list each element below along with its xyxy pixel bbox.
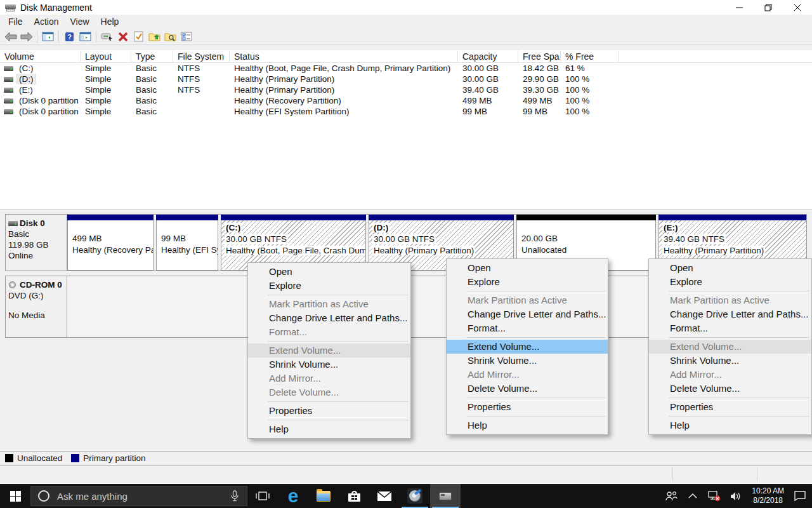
disk0-size: 119.98 GB — [8, 239, 64, 250]
volume-list-header: VolumeLayoutTypeFile SystemStatusCapacit… — [0, 50, 812, 63]
search-input[interactable]: Ask me anything — [30, 486, 247, 506]
volume-list: VolumeLayoutTypeFile SystemStatusCapacit… — [0, 50, 812, 209]
column-header-type[interactable]: Type — [131, 50, 173, 62]
close-button[interactable] — [783, 0, 812, 15]
open-menu-item[interactable]: Open — [447, 261, 608, 275]
cell-free_space: 499 MB — [518, 95, 561, 106]
back-button[interactable] — [3, 29, 18, 44]
mark-partition-active-button[interactable] — [131, 29, 147, 44]
forward-arrow-icon — [20, 32, 33, 42]
partition-healthy-recovery-parti[interactable]: 499 MBHealthy (Recovery Parti — [67, 215, 154, 271]
format-menu-item[interactable]: Format... — [649, 321, 811, 335]
properties-button[interactable] — [178, 29, 194, 44]
properties-menu-item[interactable]: Properties — [248, 404, 410, 418]
tray-overflow-button[interactable] — [683, 484, 702, 508]
format-menu-item[interactable]: Format... — [447, 321, 608, 335]
volume-row-disk-0-partition-1[interactable]: (Disk 0 partition 1)SimpleBasicHealthy (… — [0, 95, 812, 106]
shrink-volume-menu-item[interactable]: Shrink Volume... — [649, 354, 811, 368]
column-header-free[interactable]: % Free — [561, 50, 619, 62]
cell-file_system: NTFS — [173, 84, 230, 95]
change-drive-letter-and-paths-menu-item[interactable]: Change Drive Letter and Paths... — [649, 307, 811, 321]
network-status-button[interactable] — [705, 484, 724, 508]
explore-button[interactable] — [162, 29, 178, 44]
open-menu-item[interactable]: Open — [649, 261, 811, 275]
taskbar-store-button[interactable] — [339, 484, 369, 508]
menu-action[interactable]: Action — [29, 15, 65, 28]
partition-text: 30.00 GB NTFS — [225, 234, 365, 245]
column-header-layout[interactable]: Layout — [81, 50, 131, 62]
explore-menu-item[interactable]: Explore — [248, 279, 410, 293]
taskbar-disk-tool-button[interactable] — [400, 484, 430, 508]
action-center-icon — [794, 491, 806, 501]
folder-explore-icon — [164, 32, 176, 42]
taskbar-mail-button[interactable] — [369, 484, 400, 508]
taskbar-disk-management-button[interactable] — [430, 484, 461, 508]
file-explorer-icon — [317, 491, 331, 502]
action-center-button[interactable] — [790, 484, 809, 508]
column-header-file-system[interactable]: File System — [173, 50, 230, 62]
cell-type: Basic — [131, 95, 173, 106]
show-console-tree-button[interactable] — [40, 29, 56, 44]
legend-swatch — [71, 454, 79, 462]
menu-file[interactable]: File — [3, 15, 29, 28]
delete-volume-button[interactable] — [115, 29, 131, 44]
volume-button[interactable] — [726, 484, 745, 508]
shrink-volume-menu-item[interactable]: Shrink Volume... — [248, 358, 410, 371]
forward-button[interactable] — [18, 29, 34, 44]
column-header-free-spa[interactable]: Free Spa... — [518, 50, 561, 62]
close-icon — [794, 4, 801, 11]
partition-type-strip — [221, 215, 366, 220]
change-drive-letter-and-paths-menu-item[interactable]: Change Drive Letter and Paths... — [447, 307, 608, 321]
menu-help[interactable]: Help — [95, 15, 125, 28]
column-header-volume[interactable]: Volume — [0, 50, 81, 62]
disk0-label[interactable]: Disk 0 Basic 119.98 GB Online — [6, 215, 67, 271]
volume-row-disk-0-partition-2[interactable]: (Disk 0 partition 2)SimpleBasicHealthy (… — [0, 106, 812, 117]
cell-layout: Simple — [81, 63, 131, 74]
partition-healthy-efi-syst[interactable]: 99 MBHealthy (EFI Syst — [156, 215, 218, 271]
help-menu-item[interactable]: Help — [447, 418, 608, 432]
minimize-button[interactable] — [724, 0, 754, 15]
help-menu-item[interactable]: Help — [248, 422, 410, 436]
change-drive-letter-and-paths-menu-item[interactable]: Change Drive Letter and Paths... — [248, 311, 410, 325]
explore-menu-item[interactable]: Explore — [649, 275, 811, 289]
mark-partition-as-active-menu-item: Mark Partition as Active — [649, 293, 811, 307]
explore-menu-item[interactable]: Explore — [447, 275, 608, 289]
taskbar-edge-button[interactable]: e — [278, 484, 308, 508]
open-button[interactable] — [147, 29, 162, 44]
properties-menu-item[interactable]: Properties — [649, 400, 811, 414]
volume-row-c[interactable]: (C:)SimpleBasicNTFSHealthy (Boot, Page F… — [0, 63, 812, 74]
clock-time: 10:20 AM — [752, 486, 784, 496]
start-button[interactable] — [0, 484, 30, 508]
column-header-capacity[interactable]: Capacity — [458, 50, 518, 62]
cdrom-label[interactable]: CD-ROM 0 DVD (G:) No Media — [6, 276, 67, 337]
delete-volume-menu-item: Delete Volume... — [248, 385, 410, 399]
help-menu-item[interactable]: Help — [649, 418, 811, 432]
shrink-volume-menu-item[interactable]: Shrink Volume... — [447, 354, 608, 368]
cdrom-icon — [8, 281, 18, 289]
partition-type-strip — [369, 215, 514, 220]
taskbar-file-explorer-button[interactable] — [308, 484, 339, 508]
properties-menu-item[interactable]: Properties — [447, 400, 608, 414]
menu-separator — [268, 401, 409, 402]
folder-open-icon — [148, 32, 160, 42]
people-button[interactable] — [662, 484, 681, 508]
menu-view[interactable]: View — [64, 15, 95, 28]
menu-separator — [268, 420, 409, 420]
cdrom-media-status: No Media — [8, 310, 64, 321]
extend-volume-menu-item[interactable]: Extend Volume... — [447, 340, 608, 354]
caption-buttons — [724, 0, 812, 15]
task-view-button[interactable] — [247, 484, 278, 508]
clock[interactable]: 10:20 AM 8/2/2018 — [748, 486, 788, 505]
show-action-pane-button[interactable] — [77, 29, 93, 44]
delete-volume-menu-item[interactable]: Delete Volume... — [649, 382, 811, 396]
screentip-button[interactable] — [99, 29, 115, 44]
drive-icon — [4, 77, 13, 82]
volume-row-d[interactable]: (D:)SimpleBasicNTFSHealthy (Primary Part… — [0, 74, 812, 84]
column-header-status[interactable]: Status — [230, 50, 458, 62]
open-menu-item[interactable]: Open — [248, 265, 410, 279]
volume-row-e[interactable]: (E:)SimpleBasicNTFSHealthy (Primary Part… — [0, 84, 812, 95]
help-button[interactable]: ? — [62, 29, 77, 44]
context-menu-c: OpenExploreMark Partition as ActiveChang… — [247, 262, 411, 439]
delete-volume-menu-item[interactable]: Delete Volume... — [447, 382, 608, 396]
restore-button[interactable] — [754, 0, 783, 15]
